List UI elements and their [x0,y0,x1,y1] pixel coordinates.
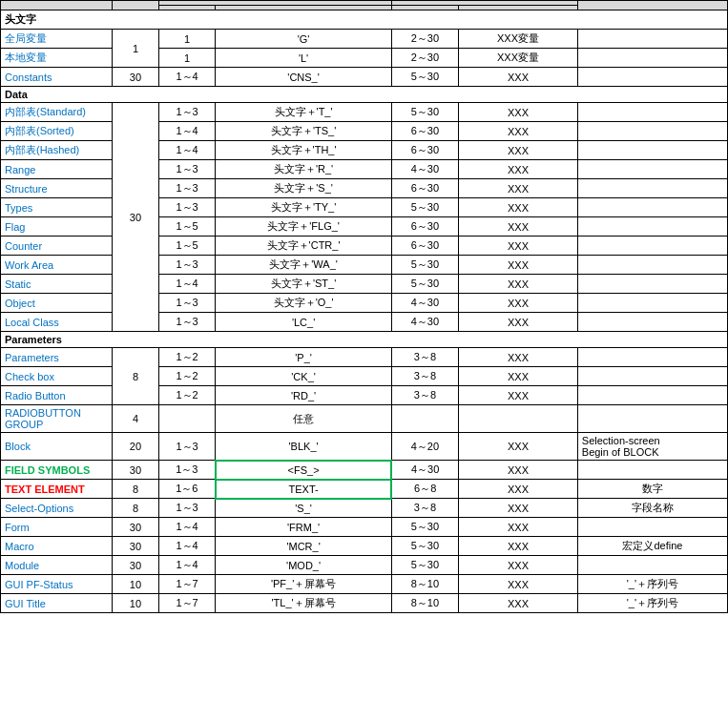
other-cell: 宏定义define [577,537,727,556]
free-bits-cell: 6～30 [391,141,458,160]
free-content-cell: XXX [459,575,578,594]
section-header: Parameters [1,332,728,348]
free-content-cell: XXX [459,386,578,405]
other-cell [577,217,727,237]
object-cell: 内部表(Hashed) [1,141,113,160]
free-content-cell: XXX [459,217,578,237]
free-bits-cell: 5～30 [391,68,458,87]
fixed-content-cell: 头文字＋'S_' [216,179,391,198]
other-cell [577,348,727,367]
free-bits-cell: 2～30 [391,49,458,68]
free-bits-cell: 3～8 [391,348,458,367]
object-cell: GUI PF-Status [1,575,113,594]
free-bits-cell: 5～30 [391,103,458,122]
object-cell: Parameters [1,348,113,367]
free-bits-cell: 6～30 [391,179,458,198]
object-cell: FIELD SYMBOLS [1,461,113,480]
other-cell [577,275,727,294]
fixed-content-cell: TEXT- [216,480,391,499]
fixed-bits-cell: 1～4 [158,122,216,141]
table-row: FIELD SYMBOLS301～3<FS_>4～30XXX [1,461,728,480]
free-bits-cell: 4～30 [391,294,458,313]
object-cell: Block [1,433,113,461]
fixed-bits-cell: 1～3 [158,160,216,179]
other-cell [577,237,727,256]
section-header-label: 头文字 [1,10,728,30]
section-header: Data [1,87,728,103]
free-content-cell: XXX [459,122,578,141]
table-row: TEXT ELEMENT81～6TEXT-6～8XXX数字 [1,480,728,499]
object-cell: RADIOBUTTON GROUP [1,405,113,433]
fixed-bits-cell: 1 [158,49,216,68]
fixed-content-cell: 头文字＋'T_' [216,103,391,122]
free-bits-cell: 2～30 [391,30,458,49]
object-cell: Flag [1,217,113,237]
table-row: 本地変量1'L'2～30XXX変量 [1,49,728,68]
bits-cell: 30 [113,103,159,332]
fixed-bits-cell: 1～4 [158,68,216,87]
free-content-cell: XXX [459,499,578,518]
col-header-bits [113,1,159,10]
free-bits-cell: 6～30 [391,217,458,237]
free-bits-cell: 5～30 [391,518,458,537]
fixed-bits-cell: 1～3 [158,256,216,275]
fixed-bits-cell: 1～6 [158,480,216,499]
fixed-bits-cell: 1～3 [158,294,216,313]
fixed-bits-cell: 1～5 [158,237,216,256]
table-row: Radio Button1～2'RD_'3～8XXX [1,386,728,405]
free-bits-cell: 8～10 [391,575,458,594]
free-bits-cell: 6～30 [391,122,458,141]
free-content-cell: XXX [459,480,578,499]
table-row: RADIOBUTTON GROUP4任意 [1,405,728,433]
table-row: Structure1～3头文字＋'S_'6～30XXX [1,179,728,198]
other-cell [577,179,727,198]
object-cell: Static [1,275,113,294]
bits-cell: 30 [113,518,159,537]
free-content-cell: XXX [459,556,578,575]
fixed-content-cell: 'LC_' [216,313,391,332]
free-content-cell: XXX [459,461,578,480]
free-content-cell: XXX [459,160,578,179]
fixed-bits-cell: 1～4 [158,556,216,575]
fixed-content-cell: 'BLK_' [216,433,391,461]
free-content-cell: XXX [459,256,578,275]
table-row: Work Area1～3头文字＋'WA_'5～30XXX [1,256,728,275]
free-content-cell: XXX [459,433,578,461]
fixed-bits-cell: 1～4 [158,141,216,160]
other-cell [577,103,727,122]
bits-cell: 30 [113,537,159,556]
free-bits-cell: 5～30 [391,256,458,275]
object-cell: TEXT ELEMENT [1,480,113,499]
col-header-object [1,1,113,10]
fixed-bits-cell: 1～3 [158,198,216,217]
free-content-cell: XXX [459,68,578,87]
other-cell [577,160,727,179]
object-cell: GUI Title [1,594,113,613]
fixed-bits-cell [158,405,216,433]
bits-cell: 8 [113,348,159,405]
free-content-cell [459,405,578,433]
free-bits-cell: 6～30 [391,237,458,256]
fixed-content-cell: 'S_' [216,499,391,518]
other-cell: '_'＋序列号 [577,575,727,594]
bits-cell: 30 [113,556,159,575]
table-row: Form301～4'FRM_'5～30XXX [1,518,728,537]
object-cell: 内部表(Standard) [1,103,113,122]
object-cell: Constants [1,68,113,87]
fixed-bits-cell: 1～2 [158,348,216,367]
table-row: 内部表(Hashed)1～4头文字＋'TH_'6～30XXX [1,141,728,160]
fixed-content-cell: 头文字＋'TH_' [216,141,391,160]
free-content-cell: XXX [459,198,578,217]
fixed-bits-cell: 1～2 [158,386,216,405]
free-content-cell: XXX [459,594,578,613]
free-bits-cell: 5～30 [391,198,458,217]
fixed-bits-cell: 1～5 [158,217,216,237]
fixed-content-cell: 头文字＋'O_' [216,294,391,313]
fixed-content-cell: 头文字＋'TY_' [216,198,391,217]
fixed-bits-cell: 1～3 [158,499,216,518]
fixed-content-cell: <FS_> [216,461,391,480]
fixed-content-cell: 'MCR_' [216,537,391,556]
object-cell: 内部表(Sorted) [1,122,113,141]
free-content-cell: XXX [459,367,578,386]
section-header: 头文字 [1,10,728,30]
